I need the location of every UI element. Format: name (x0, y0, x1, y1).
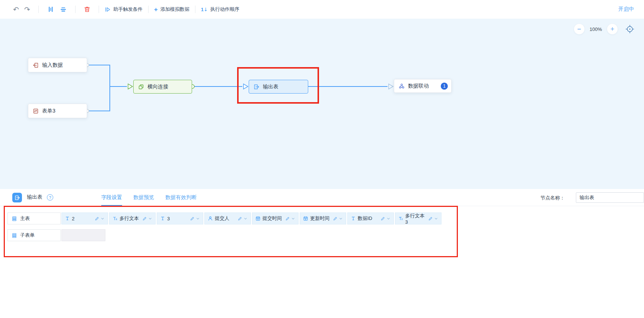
chevron-down-icon[interactable] (386, 217, 390, 221)
vertical-bars-icon (47, 6, 54, 13)
tab-data-validity[interactable]: 数据有效判断 (165, 189, 197, 206)
edit-pencil-icon[interactable] (380, 216, 385, 221)
edit-pencil-icon[interactable] (333, 216, 338, 221)
action-order-button[interactable]: 1↓ 执行动作顺序 (201, 6, 239, 13)
node-label: 输入数据 (42, 62, 63, 69)
panel-tabs: 字段设置 数据预览 数据有效判断 (101, 189, 197, 206)
assistant-trigger-button[interactable]: 助手触发条件 (105, 6, 143, 13)
toolbar-divider (148, 6, 149, 13)
undo-icon: ↶ (13, 6, 19, 13)
tab-data-preview[interactable]: 数据预览 (133, 189, 154, 206)
assistant-trigger-label: 助手触发条件 (114, 6, 143, 13)
empty-field-slot[interactable] (61, 229, 105, 241)
panel-body: 主表 2 多行文本 3 (0, 206, 644, 318)
trash-icon (84, 6, 90, 13)
flow-canvas[interactable]: 输入数据 表单3 横向连接 输出表 (0, 19, 644, 189)
chevron-down-icon[interactable] (434, 217, 438, 221)
multiline-text-icon (112, 216, 118, 221)
row-main-table: 主表 (7, 212, 61, 224)
chevron-down-icon[interactable] (148, 217, 152, 221)
chevron-down-icon[interactable] (101, 217, 105, 221)
input-data-icon (33, 62, 39, 68)
panel-title: 输出表 (27, 194, 42, 201)
locate-button[interactable] (625, 24, 635, 34)
field-chip-submitter[interactable]: 提交人 (204, 212, 251, 224)
form-icon (33, 108, 39, 114)
edit-pencil-icon[interactable] (190, 216, 195, 221)
page-arrow-icon (15, 195, 20, 201)
action-order-label: 执行动作顺序 (210, 6, 239, 13)
redo-button[interactable]: ↷ (24, 6, 30, 13)
row-subform: 子表单 (7, 229, 61, 241)
field-chip-submit-time[interactable]: 提交时间 (252, 212, 299, 224)
row-name-label: 子表单 (20, 232, 35, 239)
panel-header: 输出表 ? 字段设置 数据预览 数据有效判断 节点名称： (0, 189, 644, 206)
chevron-down-icon[interactable] (291, 217, 295, 221)
node-name-input[interactable] (576, 192, 644, 203)
add-mock-data-label: 添加模拟数据 (160, 6, 189, 13)
edit-pencil-icon[interactable] (95, 216, 99, 221)
output-table-icon (254, 84, 259, 90)
field-label: 提交人 (215, 215, 229, 222)
chevron-down-icon[interactable] (339, 217, 343, 221)
edit-pencil-icon[interactable] (142, 216, 147, 221)
node-label: 数据联动 (408, 83, 429, 89)
node-input-data[interactable]: 输入数据 (28, 58, 87, 72)
chevron-down-icon[interactable] (196, 217, 200, 221)
toolbar-divider (75, 6, 76, 13)
linkage-count-badge: 1 (441, 82, 448, 89)
field-label: 2 (72, 216, 74, 221)
field-chip-multiline-text[interactable]: 多行文本 (109, 212, 156, 224)
plus-icon: + (154, 6, 158, 13)
field-chip-data-id[interactable]: 数据ID (347, 212, 394, 224)
horizontal-lines-icon (60, 6, 67, 13)
workflow-editor: ↶ ↷ (0, 0, 644, 318)
node-data-linkage[interactable]: 数据联动 1 (394, 79, 452, 93)
node-label: 表单3 (42, 108, 55, 114)
tab-field-settings[interactable]: 字段设置 (101, 189, 122, 206)
data-linkage-icon (399, 83, 405, 89)
layout-horizontal-button[interactable] (60, 6, 67, 13)
undo-button[interactable]: ↶ (13, 6, 19, 13)
edit-pencil-icon[interactable] (428, 216, 433, 221)
toolbar-divider (38, 6, 39, 13)
calendar-icon (255, 216, 261, 221)
field-label: 更新时间 (310, 215, 329, 222)
text-field-icon (65, 216, 70, 221)
text-field-icon (160, 216, 165, 221)
add-mock-data-button[interactable]: + 添加模拟数据 (154, 6, 189, 13)
field-label: 多行文本 (119, 215, 139, 222)
user-icon (208, 216, 213, 221)
table-rows-icon (12, 233, 17, 238)
zoom-in-button[interactable]: + (607, 24, 618, 34)
field-chip-multiline-text3[interactable]: 多行文本3 (395, 212, 441, 224)
row-name-label: 主表 (20, 215, 30, 222)
field-label: 多行文本3 (405, 212, 426, 225)
zoom-level: 100% (590, 26, 602, 32)
layout-vertical-button[interactable] (47, 6, 54, 13)
redo-icon: ↷ (24, 6, 30, 13)
crosshair-icon (625, 24, 635, 34)
toolbar: ↶ ↷ (0, 0, 644, 19)
node-form3[interactable]: 表单3 (28, 104, 87, 118)
node-output-table[interactable]: 输出表 (249, 80, 308, 94)
chevron-down-icon[interactable] (243, 217, 248, 221)
zoom-out-button[interactable]: − (574, 24, 584, 34)
field-label: 3 (167, 216, 170, 221)
field-chip-3[interactable]: 3 (157, 212, 203, 224)
field-label: 提交时间 (262, 215, 282, 222)
node-horizontal-join[interactable]: 横向连接 (133, 80, 192, 94)
sort-number-icon: 1↓ (201, 7, 208, 12)
connection-lines (0, 19, 644, 189)
edit-pencil-icon[interactable] (285, 216, 290, 221)
join-icon (138, 84, 144, 90)
field-chip-update-time[interactable]: 更新时间 (300, 212, 346, 224)
output-table-node-icon (12, 193, 22, 202)
delete-button[interactable] (84, 6, 90, 13)
edit-pencil-icon[interactable] (237, 216, 242, 221)
toolbar-divider (195, 6, 195, 13)
field-chip-2[interactable]: 2 (61, 212, 108, 224)
help-icon[interactable]: ? (47, 194, 53, 201)
status-toggle[interactable]: 开启中 (618, 6, 634, 13)
field-label: 数据ID (358, 215, 372, 222)
